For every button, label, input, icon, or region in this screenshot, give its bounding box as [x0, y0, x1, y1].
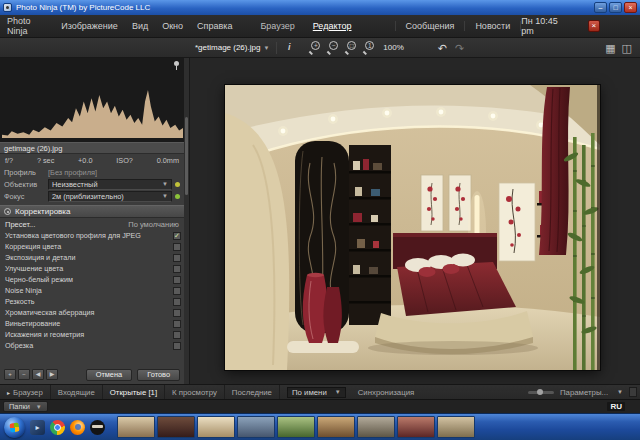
add-icon[interactable]: + [4, 369, 16, 380]
taskbar-thumbnail[interactable] [157, 416, 195, 438]
cancel-button[interactable]: Отмена [86, 369, 133, 381]
adjustment-label: Черно-белый режим [5, 275, 73, 284]
checkbox[interactable] [173, 320, 181, 328]
adjustment-row-color-enhance[interactable]: Улучшение цвета [0, 263, 184, 274]
info-icon[interactable]: i [284, 42, 294, 54]
remove-icon[interactable]: − [18, 369, 30, 380]
bottom-tab-review[interactable]: К просмотру [165, 385, 225, 399]
image-canvas[interactable] [190, 58, 640, 384]
preset-row[interactable]: Пресет... По умолчанию [0, 218, 184, 230]
language-indicator[interactable]: RU [607, 402, 625, 411]
taskbar-thumbnail[interactable] [197, 416, 235, 438]
menu-window[interactable]: Окно [155, 21, 190, 31]
adjustment-row-distortion[interactable]: Искажения и геометрия [0, 329, 184, 340]
taskbar-thumbnail[interactable] [117, 416, 155, 438]
titlebar[interactable]: Photo Ninja (TM) by PictureCode LLC – □ … [0, 0, 640, 15]
lens-dropdown[interactable]: Неизвестный ▼ [48, 179, 172, 190]
pin-icon[interactable] [174, 61, 179, 66]
checkbox[interactable] [173, 276, 181, 284]
menu-photo-ninja[interactable]: Photo Ninja [0, 16, 54, 36]
folders-button[interactable]: Папки ▼ [3, 401, 48, 412]
photo-bedroom[interactable] [225, 85, 600, 370]
taskbar-thumbnails [117, 416, 475, 438]
taskbar-thumbnail[interactable] [397, 416, 435, 438]
media-player-icon[interactable]: ▸ [30, 420, 45, 435]
checkbox[interactable] [173, 298, 181, 306]
taskbar-thumbnail[interactable] [437, 416, 475, 438]
resize-grip[interactable] [629, 387, 637, 397]
adjustment-label: Noise Ninja [5, 286, 42, 295]
params-button[interactable]: Параметры... [560, 388, 608, 397]
next-icon[interactable]: ▶ [46, 369, 58, 380]
menu-messages[interactable]: Сообщения [395, 21, 465, 31]
adjustment-row-crop[interactable]: Обрезка [0, 340, 184, 351]
tab-browser[interactable]: Браузер [251, 21, 303, 31]
menu-news[interactable]: Новости [464, 21, 521, 31]
zoom-actual-icon[interactable]: 1 [362, 41, 375, 54]
redo-icon[interactable]: ↷ [455, 42, 464, 54]
bottom-tab-recent[interactable]: Последние [225, 385, 280, 399]
lens-row: Объектив Неизвестный ▼ [0, 178, 184, 190]
open-filename[interactable]: *getimage (26).jpg [195, 43, 260, 52]
checkbox[interactable] [173, 309, 181, 317]
panel-scrollbar[interactable] [184, 58, 189, 384]
bottom-tab-open[interactable]: Открытые [1] [103, 385, 165, 399]
taskbar-thumbnail[interactable] [237, 416, 275, 438]
bottom-tab-browser[interactable]: ▸ Браузер [0, 385, 51, 399]
start-button[interactable] [4, 417, 25, 438]
photo-ninja-icon[interactable] [90, 420, 105, 435]
zoom-fit-icon[interactable]: □ [344, 41, 357, 54]
checkbox[interactable] [173, 331, 181, 339]
adjustment-row-bw[interactable]: Черно-белый режим [0, 274, 184, 285]
firefox-icon[interactable] [70, 420, 85, 435]
checkbox[interactable] [173, 342, 181, 350]
checkbox[interactable] [173, 254, 181, 262]
adjustment-row-sharpen[interactable]: Резкость [0, 296, 184, 307]
menu-help[interactable]: Справка [190, 21, 239, 31]
focus-label: Фокус [4, 192, 48, 201]
taskbar-thumbnail[interactable] [317, 416, 355, 438]
menu-view[interactable]: Вид [125, 21, 155, 31]
adjustments-header[interactable]: Корректировка [0, 205, 184, 218]
taskbar-thumbnail[interactable] [277, 416, 315, 438]
bottom-tab-inbox[interactable]: Входящие [51, 385, 103, 399]
prev-icon[interactable]: ◀ [32, 369, 44, 380]
filename-caret-icon[interactable]: ▼ [263, 45, 269, 51]
minimize-button[interactable]: – [594, 2, 607, 13]
adjustment-row-noise-ninja[interactable]: Noise Ninja [0, 285, 184, 296]
split-layout-icon[interactable]: ◫ [622, 42, 632, 54]
done-button[interactable]: Готово [137, 369, 180, 381]
exif-iso: ISO? [116, 156, 133, 165]
sync-button[interactable]: Синхронизация [358, 388, 414, 397]
menubar-close-button[interactable]: × [588, 20, 600, 32]
maximize-button[interactable]: □ [609, 2, 622, 13]
focus-dropdown[interactable]: 2м (приблизительно) ▼ [48, 191, 172, 202]
sort-dropdown[interactable]: По имени ▼ [287, 387, 346, 398]
tab-editor[interactable]: Редактор [304, 21, 361, 31]
checkbox[interactable] [173, 243, 181, 251]
adjustment-label: Виньетирование [5, 319, 60, 328]
zoom-level[interactable]: 100% [383, 43, 403, 52]
adjustment-row-jpeg-profile[interactable]: Установка цветового профиля для JPEG ✓ [0, 230, 184, 241]
adjustment-row-chromatic-aberration[interactable]: Хроматическая аберрация [0, 307, 184, 318]
chevron-down-icon[interactable]: ▼ [617, 389, 623, 395]
adjustment-label: Резкость [5, 297, 34, 306]
adjustment-row-exposure[interactable]: Экспозиция и детали [0, 252, 184, 263]
thumbnail-size-slider[interactable] [528, 391, 554, 394]
checkbox[interactable] [173, 265, 181, 273]
dial-icon [4, 208, 11, 215]
menu-image[interactable]: Изображение [54, 21, 125, 31]
zoom-out-icon[interactable]: − [326, 41, 339, 54]
window-controls: – □ × [594, 2, 637, 13]
checkbox[interactable] [173, 287, 181, 295]
checkbox[interactable]: ✓ [173, 232, 181, 240]
taskbar-thumbnail[interactable] [357, 416, 395, 438]
undo-icon[interactable]: ↶ [438, 42, 447, 54]
adjustment-row-color-correction[interactable]: Коррекция цвета [0, 241, 184, 252]
zoom-in-icon[interactable]: + [308, 41, 321, 54]
focus-status-led [175, 194, 180, 199]
adjustment-row-vignetting[interactable]: Виньетирование [0, 318, 184, 329]
close-button[interactable]: × [624, 2, 637, 13]
chrome-icon[interactable] [50, 420, 65, 435]
grid-layout-icon[interactable]: ▦ [605, 42, 615, 54]
